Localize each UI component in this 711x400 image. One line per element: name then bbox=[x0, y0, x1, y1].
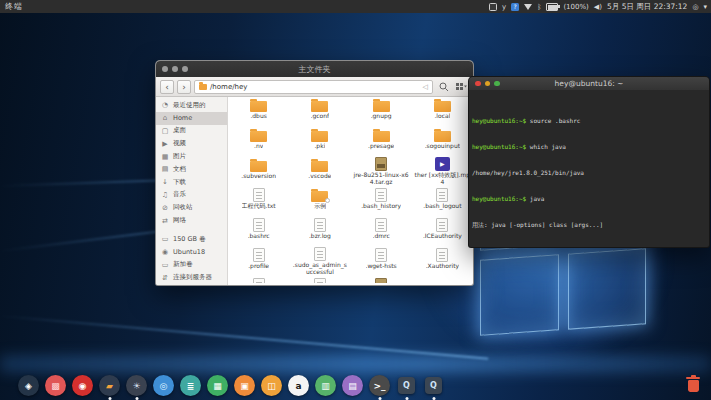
file-name: .bzr.log bbox=[309, 233, 331, 240]
file-item[interactable] bbox=[289, 275, 350, 283]
sidebar-item-icon: ▭ bbox=[161, 235, 169, 243]
wifi-icon[interactable] bbox=[524, 4, 532, 10]
terminal-titlebar[interactable]: hey@ubuntu16: ~ bbox=[469, 77, 709, 90]
dock-item[interactable]: Q bbox=[396, 375, 417, 396]
file-item[interactable] bbox=[351, 275, 412, 283]
minimize-button[interactable] bbox=[485, 81, 491, 87]
sidebar-item[interactable]: ◉ Ubuntu18 bbox=[156, 246, 227, 259]
clear-path-icon[interactable]: ◁ bbox=[423, 83, 428, 91]
file-item[interactable]: .gconf bbox=[289, 95, 350, 125]
dock-item[interactable]: ≣ bbox=[180, 375, 201, 396]
bluetooth-icon[interactable]: ᛒ bbox=[537, 3, 541, 11]
file-item[interactable]: .bash_history bbox=[351, 185, 412, 215]
close-button[interactable] bbox=[162, 66, 168, 72]
sidebar-item-icon: ♫ bbox=[161, 191, 169, 199]
file-icon bbox=[375, 187, 387, 202]
file-item[interactable]: .vscode bbox=[289, 155, 350, 185]
file-item[interactable]: .dbus bbox=[228, 95, 289, 125]
file-item[interactable]: .local bbox=[412, 95, 473, 125]
dock-item[interactable]: ◈ bbox=[18, 375, 39, 396]
sidebar-item[interactable]: ♫ 音乐 bbox=[156, 189, 227, 202]
file-item[interactable]: .bashrc bbox=[228, 215, 289, 245]
sidebar-item[interactable]: ▶ 视频 bbox=[156, 137, 227, 150]
dock-item[interactable]: ▥ bbox=[315, 375, 336, 396]
dock-item[interactable]: a bbox=[288, 375, 309, 396]
dock-item[interactable]: ▩ bbox=[45, 375, 66, 396]
dock-item[interactable]: Q bbox=[423, 375, 444, 396]
file-item[interactable]: .presage bbox=[351, 125, 412, 155]
dock-item[interactable]: ▰ bbox=[99, 375, 120, 396]
dock-item[interactable]: ◉ bbox=[72, 375, 93, 396]
file-item[interactable]: .profile bbox=[228, 245, 289, 275]
file-item[interactable]: .Xauthority bbox=[412, 245, 473, 275]
file-item[interactable]: .wget-hsts bbox=[351, 245, 412, 275]
file-item[interactable]: jre-8u251-linux-x64.tar.gz bbox=[351, 155, 412, 185]
file-item[interactable]: 示例 bbox=[289, 185, 350, 215]
sidebar-item[interactable]: ▭ 150 GB 卷 bbox=[156, 233, 227, 246]
folder-icon bbox=[434, 131, 451, 142]
terminal-text: /home/hey/jre1.8.0_251/bin/java bbox=[472, 169, 584, 176]
sidebar-item[interactable]: ↓ 下载 bbox=[156, 176, 227, 189]
sidebar-item[interactable]: ▢ 桌面 bbox=[156, 125, 227, 138]
battery-icon[interactable] bbox=[546, 3, 558, 11]
dock-item[interactable]: ◎ bbox=[153, 375, 174, 396]
file-item[interactable] bbox=[228, 275, 289, 283]
text-file-icon bbox=[375, 218, 387, 232]
sidebar-item[interactable]: ▦ 图片 bbox=[156, 150, 227, 163]
file-item[interactable]: .ICEauthority bbox=[412, 215, 473, 245]
power-icon[interactable]: ◎ bbox=[692, 3, 698, 11]
dock-item[interactable]: ▣ bbox=[234, 375, 255, 396]
clock[interactable]: 5月 5日 周日 22:37:12 bbox=[607, 2, 687, 12]
file-name: .dmrc bbox=[373, 233, 390, 240]
dock-item[interactable]: ◫ bbox=[261, 375, 282, 396]
maximize-button[interactable] bbox=[182, 66, 188, 72]
maximize-button[interactable] bbox=[494, 81, 500, 87]
terminal-line: hey@ubuntu16:~$ source .bashrc bbox=[472, 118, 706, 125]
file-item[interactable]: .pki bbox=[289, 125, 350, 155]
file-item[interactable]: .subversion bbox=[228, 155, 289, 185]
file-item[interactable]: .nv bbox=[228, 125, 289, 155]
file-icon bbox=[253, 187, 265, 202]
folder-icon bbox=[373, 101, 390, 112]
sidebar-item-label: 网络 bbox=[173, 216, 186, 225]
sidebar-item[interactable]: ▤ 文档 bbox=[156, 163, 227, 176]
sidebar-item[interactable]: ⇄ 网络 bbox=[156, 214, 227, 227]
file-item[interactable]: 工程代码.txt bbox=[228, 185, 289, 215]
sidebar-item[interactable]: ▭ 新加卷 bbox=[156, 259, 227, 272]
file-item[interactable]: .sudo_as_admin_successful bbox=[289, 245, 350, 275]
dock-item[interactable]: >_ bbox=[369, 375, 390, 396]
help-icon[interactable]: ? bbox=[511, 3, 519, 11]
sidebar-item[interactable]: ◔ 最近使用的 bbox=[156, 99, 227, 112]
active-app-name[interactable]: 终端 bbox=[5, 1, 23, 12]
file-manager-titlebar[interactable]: 主文件夹 bbox=[156, 61, 473, 77]
file-item[interactable]: ther [xx特效版].mp4 bbox=[412, 155, 473, 185]
file-icon bbox=[436, 217, 448, 232]
sidebar-item[interactable]: ⇵ 连接到服务器 bbox=[156, 271, 227, 284]
dock-app-icon: ≣ bbox=[180, 375, 201, 396]
input-layout-indicator[interactable]: y bbox=[502, 3, 506, 11]
terminal-output[interactable]: hey@ubuntu16:~$ source .bashrc hey@ubunt… bbox=[469, 90, 709, 248]
search-button[interactable] bbox=[436, 80, 451, 94]
system-tray: y ? ᛒ (100%) ◀) 5月 5日 周日 22:37:12 ◎ ▾ bbox=[489, 2, 707, 12]
file-item[interactable]: .gnupg bbox=[351, 95, 412, 125]
file-name: .nv bbox=[254, 143, 263, 150]
file-item[interactable]: .bzr.log bbox=[289, 215, 350, 245]
minimize-button[interactable] bbox=[172, 66, 178, 72]
dock-item[interactable]: ▦ bbox=[207, 375, 228, 396]
input-method-icon[interactable] bbox=[489, 3, 497, 11]
path-bar[interactable]: /home/hey ◁ bbox=[194, 80, 433, 94]
dock-app-icon: Q bbox=[425, 377, 442, 394]
file-item[interactable]: .sogouinput bbox=[412, 125, 473, 155]
sidebar-item[interactable]: ⊘ 回收站 bbox=[156, 201, 227, 214]
trash-icon[interactable] bbox=[685, 375, 701, 393]
forward-button[interactable]: › bbox=[177, 80, 191, 94]
file-item[interactable]: .bash_logout bbox=[412, 185, 473, 215]
back-button[interactable]: ‹ bbox=[160, 80, 174, 94]
dock-item[interactable]: ☀ bbox=[126, 375, 147, 396]
file-item[interactable]: .dmrc bbox=[351, 215, 412, 245]
view-options-button[interactable] bbox=[454, 80, 469, 94]
dock-item[interactable]: ▤ bbox=[342, 375, 363, 396]
close-button[interactable] bbox=[475, 81, 481, 87]
volume-icon[interactable]: ◀) bbox=[594, 3, 602, 11]
sidebar-item[interactable]: ⌂ Home bbox=[156, 112, 227, 125]
